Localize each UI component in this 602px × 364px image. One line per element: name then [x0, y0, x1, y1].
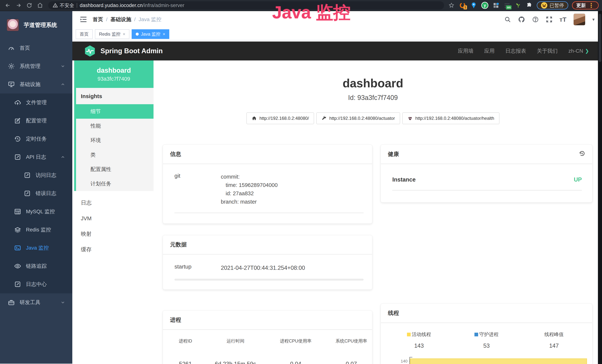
sba-instance-name: dashboard: [74, 66, 153, 74]
actuator-url-button[interactable]: http://192.168.0.2:48080/actuator: [316, 112, 400, 124]
metadata-card-body: startup 2021-04-27T00:44:31.254+08:00: [163, 255, 372, 289]
collapse-sidebar-icon[interactable]: [80, 16, 87, 23]
sba-menu-environment[interactable]: 环境: [76, 133, 153, 148]
browser-forward-button[interactable]: [14, 1, 23, 10]
page-scrollbar-thumb[interactable]: [599, 14, 601, 62]
sidebar-item-log-center[interactable]: 日志中心: [0, 275, 72, 293]
sba-main-content: dashboard Id: 93a3fc7f7409 http://192.16…: [153, 60, 602, 364]
browser-home-button[interactable]: [36, 1, 44, 10]
address-bar[interactable]: 不安全 dashboard.yudao.iocoder.cn/infra/adm…: [48, 1, 444, 10]
extensions-puzzle-button[interactable]: [526, 2, 533, 9]
sba-menu-logs[interactable]: 日志: [74, 195, 153, 211]
extension-colorzilla[interactable]: 1: [459, 2, 466, 9]
threads-area-chart: 140 120 100: [385, 357, 588, 364]
extension-y-circle[interactable]: y: [481, 2, 489, 9]
sidebar-item-config-mgmt[interactable]: 配置管理: [0, 112, 72, 130]
sidebar-item-java-monitor[interactable]: Java 监控: [0, 239, 72, 257]
extension-switch-on[interactable]: on: [503, 2, 511, 9]
legend-yellow-swatch: [407, 333, 411, 336]
legend-live-threads: 活动线程 143: [385, 331, 453, 349]
browser-reload-button[interactable]: [25, 1, 34, 10]
font-size-icon[interactable]: ᴛT: [559, 16, 566, 23]
browser-update-button[interactable]: 更新 ⋮: [572, 1, 599, 10]
process-value-process-cpu: 0.04: [268, 361, 323, 364]
sba-nav-applications[interactable]: 应用: [484, 47, 495, 54]
breadcrumb-infrastructure[interactable]: 基础设施: [110, 16, 131, 23]
service-url-button[interactable]: http://192.168.0.2:48080/: [247, 112, 314, 124]
fullscreen-icon[interactable]: [546, 16, 552, 23]
health-history-button[interactable]: [579, 150, 585, 158]
sba-insights-group: Insights 细节 性能 环境 类 配置属性 计划任务: [74, 88, 153, 191]
user-avatar[interactable]: [573, 13, 585, 25]
sba-nav-wallboard[interactable]: 应用墙: [458, 47, 473, 54]
github-icon[interactable]: [518, 16, 525, 23]
sba-language-select[interactable]: zh-CN ❯: [569, 48, 589, 54]
briefcase-icon: [8, 299, 15, 306]
sba-menu-metrics[interactable]: 性能: [76, 119, 153, 133]
extension-grid[interactable]: [492, 2, 500, 9]
browser-back-button[interactable]: [3, 1, 12, 10]
health-card-head: 健康: [381, 145, 592, 164]
bookmark-star-button[interactable]: [448, 2, 455, 9]
instance-id-line: Id: 93a3fc7f7409: [153, 94, 592, 102]
sba-nav-journal[interactable]: 日志报表: [505, 47, 526, 54]
row-underline[interactable]: [174, 279, 364, 280]
sidebar-item-api-logs[interactable]: API 日志: [0, 148, 72, 166]
sba-brand-link[interactable]: Spring Boot Admin: [84, 45, 163, 57]
process-value-uptime: 6d 23h 15m 59s: [203, 361, 268, 364]
puzzle-icon: [526, 2, 532, 8]
health-card: 健康 Instance UP: [381, 145, 592, 203]
sba-menu-details[interactable]: 细节: [74, 104, 153, 119]
app-root: 芋道管理系统 首页 系统管理 基础设施 文件管理: [0, 11, 602, 364]
instance-title: dashboard: [153, 76, 592, 90]
sba-menu-mappings[interactable]: 映射: [74, 226, 153, 242]
info-row-label: git: [174, 173, 221, 179]
search-icon[interactable]: [504, 16, 511, 23]
instance-links-row: http://192.168.0.2:48080/ http://192.168…: [153, 112, 592, 124]
app-logo-link[interactable]: 芋道管理系统: [0, 11, 72, 39]
profile-chip[interactable]: 已暂停: [537, 1, 568, 10]
sba-nav-about[interactable]: 关于我们: [537, 47, 558, 54]
process-header-pid: 进程ID: [168, 338, 203, 355]
sidebar-item-tracing[interactable]: 链路追踪: [0, 257, 72, 275]
extension-pin[interactable]: [470, 2, 477, 9]
tab-home[interactable]: 首页: [76, 29, 93, 39]
sidebar-item-dev-tools[interactable]: 研发工具: [0, 293, 72, 311]
tab-close-icon[interactable]: ×: [123, 32, 125, 37]
legend-value: 147: [520, 343, 588, 349]
sba-instance-header[interactable]: dashboard 93a3fc7f7409: [74, 60, 153, 88]
sba-menu-jvm[interactable]: JVM: [74, 211, 153, 226]
sba-menu-classes[interactable]: 类: [76, 148, 153, 162]
sba-menu-caches[interactable]: 缓存: [74, 242, 153, 257]
reload-icon: [26, 2, 32, 8]
sidebar-item-scheduled-jobs[interactable]: 定时任务: [0, 130, 72, 148]
extension-sprout[interactable]: [515, 2, 522, 9]
sidebar-item-file-mgmt[interactable]: 文件管理: [0, 94, 72, 112]
tab-java-monitor[interactable]: Java 监控 ×: [132, 29, 169, 39]
tab-redis-monitor[interactable]: Redis 监控 ×: [95, 29, 129, 39]
sidebar-item-error-logs[interactable]: 错误日志: [0, 184, 72, 203]
sidebar-item-mysql-monitor[interactable]: MySQL 监控: [0, 203, 72, 221]
process-header-system-cpu: 系统CPU使用率: [323, 338, 372, 355]
sba-menu-config-props[interactable]: 配置属性: [76, 162, 153, 177]
sidebar-item-access-logs[interactable]: 访问日志: [0, 166, 72, 184]
health-url-button[interactable]: http://192.168.0.2:48080/actuator/health: [402, 112, 499, 124]
sidebar-item-home[interactable]: 首页: [0, 39, 72, 57]
sidebar-item-system-mgmt[interactable]: 系统管理: [0, 57, 72, 75]
site-security-indicator[interactable]: 不安全: [53, 2, 74, 9]
sba-menu-scheduled-tasks[interactable]: 计划任务: [76, 177, 153, 191]
table-icon: [14, 208, 21, 215]
y-glyph: y: [482, 2, 488, 8]
page-scrollbar[interactable]: [598, 11, 602, 364]
sidebar-item-infrastructure[interactable]: 基础设施: [0, 75, 72, 94]
breadcrumb-current: Java 监控: [139, 16, 161, 23]
sidebar-item-label: 研发工具: [20, 299, 40, 306]
browser-menu-kebab-icon[interactable]: ⋮: [588, 3, 594, 7]
sidebar-item-redis-monitor[interactable]: Redis 监控: [0, 221, 72, 239]
main-column: 首页 / 基础设施 / Java 监控 ᴛT ▾: [72, 11, 602, 364]
tab-close-icon[interactable]: ×: [163, 32, 165, 37]
help-icon[interactable]: [532, 16, 539, 23]
security-label: 不安全: [60, 2, 74, 9]
breadcrumb-home[interactable]: 首页: [93, 16, 103, 23]
user-menu-caret-icon[interactable]: ▾: [592, 17, 595, 22]
